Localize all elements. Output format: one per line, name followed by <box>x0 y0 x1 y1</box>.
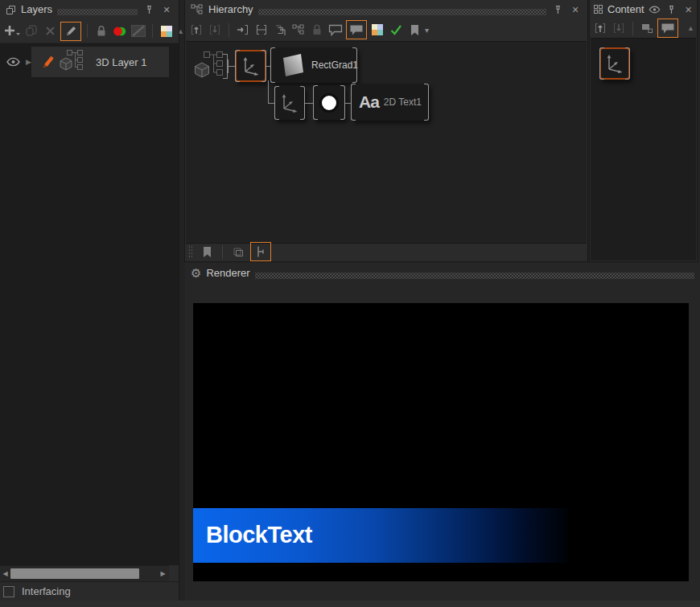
axis-icon <box>599 47 630 80</box>
toolbar-separator <box>229 23 229 37</box>
render-viewport[interactable]: BlockText <box>193 303 689 581</box>
root-3d-layer-icon[interactable] <box>194 50 226 84</box>
comment-bubble-filled-icon[interactable] <box>346 20 367 39</box>
layer-row-body[interactable]: 3D Layer 1 <box>31 47 169 77</box>
bookmark-dropdown-icon[interactable]: ▾ <box>425 26 429 35</box>
close-icon[interactable]: ✕ <box>682 3 695 16</box>
comment-bubble-filled-icon[interactable] <box>657 18 678 38</box>
toolbar-separator <box>152 24 153 38</box>
bookmark-flag-icon[interactable] <box>406 22 422 38</box>
tree-view-icon[interactable] <box>290 22 307 38</box>
insert-arrow-bracket-icon[interactable] <box>235 22 251 38</box>
collapse-panel-icon[interactable]: ▲ <box>177 23 184 39</box>
text-aa-icon: Aa <box>359 92 379 112</box>
toolbar-separator <box>87 24 88 38</box>
duplicate-brackets-icon[interactable] <box>272 22 288 38</box>
interfacing-checkbox[interactable] <box>3 586 14 597</box>
solo-toggle-button[interactable] <box>112 23 128 39</box>
node-graph-canvas[interactable]: RectGrad1 <box>186 41 587 244</box>
pin-icon[interactable] <box>665 3 678 16</box>
titlebar-texture <box>255 273 694 279</box>
node-connector <box>228 66 235 67</box>
import-bracket-up-icon[interactable] <box>188 22 204 38</box>
banner-text: BlockText <box>206 508 312 563</box>
renderer-titlebar: ⚙ Renderer <box>185 265 700 282</box>
tree-branch-icon[interactable] <box>250 242 271 261</box>
axis-node-selected[interactable] <box>235 50 266 82</box>
layers-toolbar: ▲ <box>0 19 179 43</box>
gear-icon: ⚙ <box>191 265 201 282</box>
import-bracket-up-icon[interactable] <box>592 20 608 36</box>
export-bracket-down-icon[interactable] <box>611 20 627 36</box>
content-canvas[interactable] <box>591 38 696 260</box>
edit-pencil-icon <box>41 55 54 69</box>
toolbar-separator <box>632 22 633 35</box>
flag-frame-icon[interactable] <box>639 20 655 36</box>
titlebar-texture <box>258 9 546 15</box>
apply-check-icon[interactable] <box>388 22 404 38</box>
axis-node-selected[interactable] <box>599 47 630 80</box>
cube-hierarchy-icon <box>59 50 84 74</box>
node-label: 2D Text1 <box>384 96 422 108</box>
interfacing-row: Interfacing <box>0 581 179 601</box>
add-layer-button[interactable] <box>3 23 21 39</box>
bookmark-flag-icon[interactable] <box>199 244 215 260</box>
pin-icon[interactable] <box>551 3 564 16</box>
node-label: RectGrad1 <box>311 59 358 71</box>
toolbar-separator <box>222 245 223 259</box>
circle-icon <box>313 85 345 120</box>
node-connector <box>268 103 274 104</box>
expand-caret-icon[interactable]: ▶ <box>26 58 31 66</box>
panel-title: Content <box>607 0 644 19</box>
delete-layer-button[interactable] <box>42 23 58 39</box>
interfacing-label: Interfacing <box>22 585 71 597</box>
grid-icon <box>594 5 603 14</box>
close-icon[interactable]: ✕ <box>569 3 582 16</box>
gradient-rect-icon <box>278 51 307 80</box>
text-node[interactable]: Aa 2D Text1 <box>351 84 429 121</box>
eye-icon[interactable] <box>649 3 661 16</box>
axis-node[interactable] <box>274 86 305 120</box>
hierarchy-panel: Hierarchy ✕ <box>185 0 587 261</box>
scroll-left-icon[interactable]: ◀ <box>0 566 10 582</box>
circle-node[interactable] <box>313 85 345 120</box>
hierarchy-titlebar: Hierarchy ✕ <box>185 0 587 19</box>
axis-icon <box>235 50 266 82</box>
layers-titlebar: Layers ✕ <box>0 0 179 19</box>
content-panel: Content ✕ ▲ <box>590 0 697 261</box>
lock-button[interactable] <box>93 23 109 39</box>
layer-row[interactable]: ▶ 3D Layer 1 <box>0 47 179 77</box>
stroke-line-button[interactable] <box>130 23 146 39</box>
close-icon[interactable]: ✕ <box>160 3 173 16</box>
scrollbar-thumb[interactable] <box>10 568 139 579</box>
duplicate-layer-button[interactable] <box>23 23 39 39</box>
window-icon <box>6 5 16 15</box>
drag-handle[interactable] <box>188 245 193 258</box>
horizontal-scrollbar[interactable]: ◀ ▶ <box>0 565 169 582</box>
axis-icon <box>274 86 305 120</box>
rectgrad-node[interactable]: RectGrad1 <box>270 47 357 83</box>
color-palette-icon[interactable] <box>369 22 385 38</box>
lock-icon[interactable] <box>309 22 325 38</box>
node-connector <box>345 103 351 104</box>
pin-icon[interactable] <box>142 3 155 16</box>
titlebar-texture <box>57 9 138 15</box>
comment-bubble-outline-icon[interactable] <box>327 22 344 38</box>
export-bracket-down-icon[interactable] <box>207 22 223 38</box>
layers-list: ▶ 3D Layer 1 <box>0 43 179 565</box>
panel-title: Layers <box>21 0 52 19</box>
color-palette-button[interactable] <box>159 23 175 39</box>
scroll-right-icon[interactable]: ▶ <box>158 566 168 582</box>
layers-panel: Layers ✕ ▲ <box>0 0 179 601</box>
panel-title: Renderer <box>206 264 249 283</box>
hierarchy-footer-toolbar <box>186 243 589 260</box>
fit-brackets-icon[interactable] <box>253 22 270 38</box>
panel-title: Hierarchy <box>208 0 253 19</box>
node-connector <box>268 80 269 103</box>
node-connector <box>305 103 313 104</box>
layers-stack-icon[interactable] <box>230 244 246 260</box>
visibility-eye-icon[interactable] <box>0 57 26 67</box>
collapse-panel-icon[interactable]: ▲ <box>687 20 694 36</box>
edit-pencil-button[interactable] <box>60 22 81 41</box>
hierarchy-toolbar: ▾ <box>185 19 587 40</box>
